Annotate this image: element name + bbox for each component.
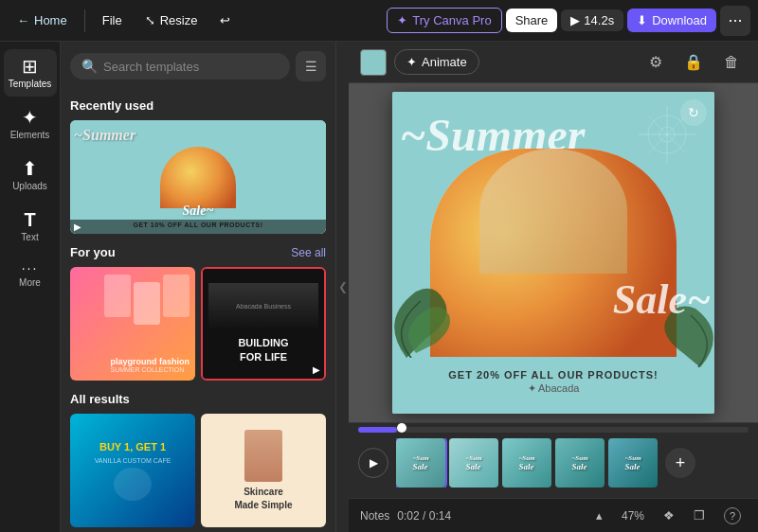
brand-icon: ✦: [528, 382, 536, 394]
download-button[interactable]: ⬇ Download: [627, 9, 716, 32]
animate-icon: ✦: [406, 55, 417, 69]
template-skincare-made-simple[interactable]: SkincareMade Simple: [201, 414, 326, 527]
try-canva-button[interactable]: ✦ Try Canva Pro: [387, 8, 501, 33]
sidebar-item-elements[interactable]: ✦ Elements: [4, 100, 57, 148]
expand-button[interactable]: ❖: [658, 505, 680, 525]
canvas-refresh-button[interactable]: ↻: [680, 99, 707, 126]
canvas-brand: ✦ Abacada: [392, 382, 714, 395]
sidebar-item-text[interactable]: T Text: [4, 203, 57, 250]
tune-button[interactable]: ⚙: [641, 47, 671, 78]
zoom-level: 47%: [616, 506, 650, 525]
resize-button[interactable]: ⤡ Resize: [135, 9, 208, 32]
see-all-button[interactable]: See all: [291, 246, 326, 259]
thumb-inner-1: ~SumSale: [396, 438, 445, 488]
play-icon: ▶: [370, 456, 378, 470]
time-display: 0:02 / 0:14: [397, 509, 451, 523]
expand-icon: ❖: [663, 508, 675, 523]
color-swatch[interactable]: [360, 49, 387, 76]
search-input[interactable]: [103, 60, 279, 74]
template-building-for-life[interactable]: Abacada Business BUILDINGFOR LIFE ▶: [201, 267, 326, 381]
sidebar-icons: ⊞ Templates ✦ Elements ⬆ Uploads T Text …: [0, 42, 61, 532]
trash-icon: 🗑: [724, 54, 739, 71]
more-options-button[interactable]: ···: [720, 6, 750, 36]
canvas-area: ✦ Animate ⚙ 🔒 🗑: [349, 42, 758, 532]
for-you-header: For you See all: [70, 245, 326, 259]
filter-icon: ☰: [305, 59, 317, 74]
timeline-area: ▶ ~SumSale ~SumSale: [349, 422, 758, 498]
sidebar-item-more[interactable]: ··· More: [4, 254, 57, 295]
fullscreen-icon: ❐: [694, 508, 705, 523]
undo-icon: ↩: [220, 13, 230, 27]
search-input-wrap[interactable]: 🔍: [70, 53, 290, 80]
play-pause-button[interactable]: ▶: [358, 448, 388, 478]
divider: [84, 9, 85, 32]
lock-button[interactable]: 🔒: [678, 47, 709, 78]
share-button[interactable]: Share: [506, 9, 558, 32]
timeline-thumb-3[interactable]: ~SumSale: [502, 438, 551, 488]
help-icon: ?: [724, 507, 741, 524]
timer-display: ▶ 14.2s: [561, 9, 623, 31]
download-icon: ⬇: [637, 13, 647, 27]
timeline-thumb-5[interactable]: ~SumSale: [608, 438, 658, 488]
lock-icon: 🔒: [684, 53, 703, 71]
uploads-icon: ⬆: [22, 159, 38, 178]
for-you-grid: playground fashion SUMMER COLLECTION Aba…: [70, 267, 326, 381]
timeline-thumb-1[interactable]: ~SumSale: [396, 438, 445, 488]
more-icon: ···: [22, 261, 39, 275]
animate-button[interactable]: ✦ Animate: [394, 49, 479, 75]
recently-used-title: Recently used: [70, 98, 326, 113]
trash-button[interactable]: 🗑: [716, 47, 747, 78]
more-dots-icon: ···: [728, 10, 742, 30]
canvas-sale-tilde: Sale~: [613, 275, 711, 324]
for-you-title: For you: [70, 245, 116, 259]
template-playground-fashion[interactable]: playground fashion SUMMER COLLECTION: [70, 267, 195, 381]
canvas-frame: ~Summer: [392, 92, 714, 414]
templates-panel: 🔍 ☰ Recently used ~Summer Sale~: [61, 42, 335, 532]
timeline-controls: ▶ ~SumSale ~SumSale: [349, 433, 758, 493]
canvas-arch: [430, 149, 677, 357]
notes-label: Notes: [360, 509, 389, 523]
leaf-left: [392, 282, 459, 362]
canvas-discount-text: GET 20% OFF ALL OUR PRODUCTS!: [392, 369, 714, 381]
main-layout: ⊞ Templates ✦ Elements ⬆ Uploads T Text …: [0, 42, 758, 532]
sidebar-item-uploads[interactable]: ⬆ Uploads: [4, 151, 57, 199]
search-bar: 🔍 ☰: [61, 42, 335, 87]
canvas-bottom-info: GET 20% OFF ALL OUR PRODUCTS! ✦ Abacada: [392, 369, 714, 395]
play-triangle-icon: ▶: [570, 13, 580, 27]
chevron-left-icon: ❮: [338, 280, 348, 293]
undo-button[interactable]: ↩: [210, 9, 240, 32]
topbar: ← Home File ⤡ Resize ↩ ✦ Try Canva Pro S…: [0, 0, 758, 42]
filter-button[interactable]: ☰: [296, 51, 326, 81]
monitor-button[interactable]: ▴: [590, 505, 608, 525]
canvas-toolbar: ✦ Animate ⚙ 🔒 🗑: [349, 42, 758, 83]
all-results-grid: BUY 1, GET 1 VANILLA CUSTOM CAFE Skincar…: [70, 414, 326, 527]
statusbar: Notes 0:02 / 0:14 ▴ 47% ❖ ❐ ?: [349, 498, 758, 532]
template-buy1-get1[interactable]: BUY 1, GET 1 VANILLA CUSTOM CAFE: [70, 414, 195, 527]
star-icon: ✦: [397, 13, 407, 27]
thumb-inner-3: ~SumSale: [502, 438, 551, 488]
timeline-playhead[interactable]: [397, 423, 406, 433]
fullscreen-button[interactable]: ❐: [688, 505, 711, 525]
template-summer-sale-recent[interactable]: ~Summer Sale~ GET 10% OFF ALL OUR PRODUC…: [70, 120, 326, 234]
timeline-progress-bar[interactable]: [358, 427, 749, 433]
thumb-inner-5: ~SumSale: [608, 438, 658, 488]
home-button[interactable]: ← Home: [8, 9, 77, 32]
all-results-title: All results: [70, 392, 326, 406]
timeline-progress-fill: [358, 427, 397, 433]
sidebar-item-templates[interactable]: ⊞ Templates: [4, 49, 57, 97]
add-slide-button[interactable]: +: [665, 448, 695, 478]
text-icon: T: [24, 210, 35, 229]
tune-icon: ⚙: [649, 53, 662, 71]
thumb-inner-4: ~SumSale: [555, 438, 605, 488]
templates-icon: ⊞: [22, 57, 38, 76]
panel-scroll[interactable]: Recently used ~Summer Sale~ GET 10% OFF …: [61, 87, 335, 532]
file-button[interactable]: File: [93, 9, 132, 32]
collapse-handle[interactable]: ❮: [335, 42, 349, 532]
canvas-viewport[interactable]: ~Summer: [349, 83, 758, 422]
timeline-thumb-2[interactable]: ~SumSale: [449, 438, 498, 488]
thumb-inner-2: ~SumSale: [449, 438, 498, 488]
timeline-thumb-4[interactable]: ~SumSale: [555, 438, 605, 488]
monitor-icon: ▴: [596, 508, 603, 523]
help-button[interactable]: ?: [718, 505, 747, 527]
resize-icon: ⤡: [145, 13, 155, 27]
